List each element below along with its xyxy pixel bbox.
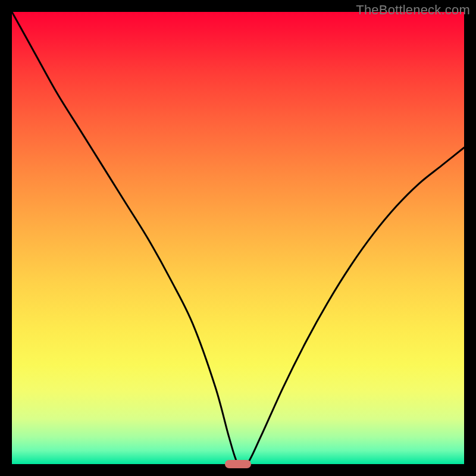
watermark-text: TheBottleneck.com	[356, 2, 470, 18]
optimal-marker	[225, 460, 251, 468]
chart-frame: TheBottleneck.com	[0, 0, 476, 476]
plot-area	[12, 12, 464, 464]
bottleneck-curve	[12, 12, 464, 464]
